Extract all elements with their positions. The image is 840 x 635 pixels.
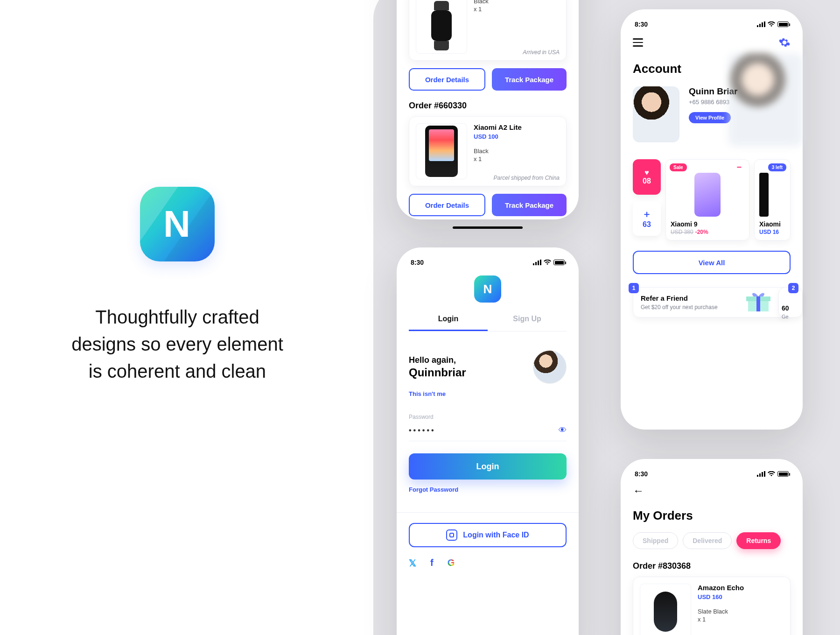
battery-icon: [777, 21, 789, 27]
statusbar: 8:30: [621, 468, 803, 484]
signal-icon: [757, 21, 765, 27]
product-thumb: [759, 170, 785, 217]
track-package-button[interactable]: Track Package: [492, 194, 567, 216]
phone-my-orders: 8:30 ← My Orders Shipped Delivered Retur…: [621, 459, 803, 635]
product-color: Slate Black: [698, 608, 784, 615]
order-status: Arrived in USA: [523, 49, 560, 56]
product-qty: x 1: [698, 616, 784, 623]
order-details-button[interactable]: Order Details: [409, 68, 485, 91]
wifi-icon: [544, 260, 551, 265]
order-card[interactable]: Xiaomi A2 Lite USD 100 Black x 1 Parcel …: [409, 116, 567, 186]
order-filter-tabs: Shipped Delivered Returns: [633, 532, 791, 549]
favorites-stat[interactable]: ♥ 08: [633, 159, 661, 195]
sale-badge: Sale: [670, 163, 687, 171]
order-details-button[interactable]: Order Details: [409, 194, 485, 216]
product-thumb: [671, 170, 744, 217]
view-profile-button[interactable]: View Profile: [689, 112, 731, 123]
statusbar: 8:30: [397, 257, 579, 273]
divider: [397, 512, 579, 513]
product-card[interactable]: 3 left Xiaomi USD 16: [754, 159, 791, 240]
status-icons: [757, 471, 789, 477]
product-card[interactable]: Sale − Xiaomi 9 USD 380-20%: [665, 159, 749, 240]
forgot-password-link[interactable]: Forgot Password: [409, 486, 458, 493]
facebook-icon[interactable]: f: [430, 557, 434, 569]
product-thumb: [416, 0, 467, 54]
product-name: Xiaomi: [759, 220, 785, 228]
page-title: My Orders: [633, 508, 791, 523]
product-price: USD 380-20%: [671, 229, 744, 235]
product-price: USD 160: [698, 593, 784, 600]
not-me-link[interactable]: This isn't me: [409, 390, 446, 397]
chip-delivered[interactable]: Delivered: [683, 532, 732, 549]
promo-title: 60: [782, 304, 799, 312]
order-card[interactable]: Amazon Echo USD 160 Slate Black x 1 Refu…: [633, 577, 791, 635]
svg-rect-2: [756, 296, 760, 311]
login-username: Quinnbriar: [409, 366, 466, 379]
twitter-icon[interactable]: 𝕏: [409, 557, 416, 569]
wifi-icon: [768, 21, 775, 27]
avatar: [633, 86, 679, 142]
gift-icon: [745, 291, 771, 313]
faceid-icon: [446, 529, 457, 541]
promo-index-badge: 2: [788, 283, 798, 293]
remove-icon[interactable]: −: [733, 163, 745, 171]
promo-sub: Ge: [782, 314, 799, 319]
gear-icon[interactable]: [778, 36, 791, 49]
order-status: Parcel shipped from China: [494, 175, 560, 181]
product-name: Xiaomi A2 Lite: [474, 123, 560, 131]
status-time: 8:30: [411, 259, 424, 266]
tab-signup[interactable]: Sign Up: [488, 315, 567, 331]
promo-card-peek[interactable]: 2 60 Ge: [778, 287, 803, 318]
show-password-icon[interactable]: 👁: [559, 426, 567, 435]
view-all-button[interactable]: View All: [633, 251, 791, 274]
product-qty: x 1: [474, 6, 560, 13]
track-package-button[interactable]: Track Package: [492, 68, 567, 91]
product-thumb: [416, 123, 467, 179]
statusbar: 8:30: [621, 19, 803, 35]
status-icons: [533, 260, 565, 265]
faceid-button[interactable]: Login with Face ID: [409, 523, 567, 547]
product-qty: x 1: [474, 155, 560, 162]
home-indicator: [453, 226, 523, 229]
login-greeting: Hello again,: [409, 355, 466, 365]
product-price: USD 100: [474, 133, 560, 140]
stock-badge: 3 left: [768, 163, 786, 171]
tab-login[interactable]: Login: [409, 315, 488, 331]
product-price: USD 16: [759, 229, 785, 235]
password-label: Password: [409, 414, 567, 420]
menu-icon[interactable]: [633, 38, 643, 47]
phone-orders: Black x 1 Arrived in USA Order Details T…: [397, 0, 579, 219]
promo-sub: Get $20 off your next purchase: [641, 304, 720, 310]
signal-icon: [533, 260, 541, 265]
password-input[interactable]: ••••••: [409, 426, 436, 435]
status-icons: [757, 21, 789, 27]
phone-login: 8:30 N Login Sign Up Hello again, Quinnb…: [397, 247, 579, 635]
product-color: Black: [474, 148, 560, 155]
phone-account: 8:30 Account Quinn Briar +65 9886 6893: [621, 9, 803, 430]
login-button[interactable]: Login: [409, 453, 567, 480]
chip-returns[interactable]: Returns: [736, 532, 781, 549]
back-icon[interactable]: ←: [633, 484, 791, 497]
order-number: Order #830368: [633, 561, 791, 571]
promo-index-badge: 1: [629, 283, 639, 293]
avatar-bg-blur: [728, 53, 803, 147]
hero-text: Thoughtfully crafted designs so every el…: [47, 303, 308, 385]
order-card[interactable]: Black x 1 Arrived in USA: [409, 0, 567, 61]
plus-icon: ＋: [642, 208, 651, 220]
google-icon[interactable]: G: [448, 557, 455, 569]
order-number: Order #660330: [409, 101, 567, 111]
add-stat[interactable]: ＋ 63: [633, 200, 661, 236]
hero-block: N Thoughtfully crafted designs so every …: [47, 187, 308, 385]
status-time: 8:30: [635, 21, 648, 28]
product-color: Black: [474, 0, 560, 5]
promo-card[interactable]: 1 Refer a Friend Get $20 off your next p…: [633, 287, 791, 318]
product-thumb: [640, 584, 691, 635]
signal-icon: [757, 471, 765, 477]
auth-tabs: Login Sign Up: [409, 315, 567, 332]
app-logo-icon: N: [140, 187, 215, 261]
battery-icon: [777, 471, 789, 477]
wifi-icon: [768, 471, 775, 477]
app-logo-icon: N: [474, 275, 501, 303]
status-time: 8:30: [635, 470, 648, 478]
chip-shipped[interactable]: Shipped: [633, 532, 678, 549]
